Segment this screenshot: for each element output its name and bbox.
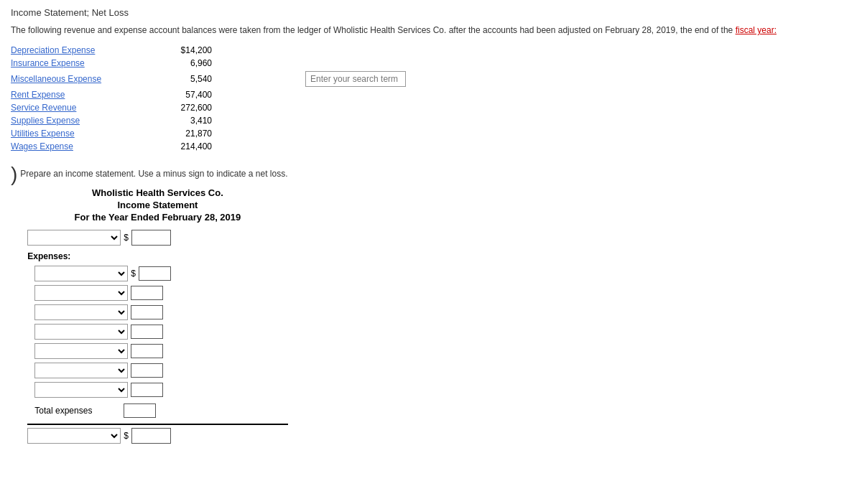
dollar-sign: $ (124, 233, 129, 243)
net-dropdown[interactable]: Net Income Net Loss (27, 428, 121, 444)
expense-row-1: Depreciation Expense Insurance Expense M… (34, 266, 287, 281)
instructions-text: Prepare an income statement. Use a minus… (20, 169, 287, 179)
bracket-indicator: ) (11, 164, 17, 185)
expense-row-6: Depreciation Expense Insurance Expense M… (34, 363, 287, 378)
account-value: 57,400 (154, 90, 212, 100)
expense-row-2: Depreciation Expense Insurance Expense M… (34, 285, 287, 301)
account-value: 5,540 (154, 74, 212, 84)
statement-period: For the Year Ended February 28, 2019 (27, 212, 287, 223)
company-name: Wholistic Health Services Co. (27, 187, 287, 198)
total-expenses-row: Total expenses (27, 403, 287, 418)
table-row: Wages Expense 214,400 (11, 141, 851, 151)
expense-dropdown-1[interactable]: Depreciation Expense Insurance Expense M… (34, 266, 128, 281)
search-input[interactable] (305, 71, 406, 87)
revenue-row: Service Revenue $ (27, 230, 287, 246)
account-value: 214,400 (154, 141, 212, 151)
expense-dropdown-3[interactable]: Depreciation Expense Insurance Expense M… (34, 304, 128, 320)
account-value: 272,600 (154, 103, 212, 113)
expense-row-3: Depreciation Expense Insurance Expense M… (34, 304, 287, 320)
expense-row-5: Depreciation Expense Insurance Expense M… (34, 343, 287, 359)
income-statement: Wholistic Health Services Co. Income Sta… (27, 187, 287, 444)
page-title: Income Statement; Net Loss (11, 7, 851, 18)
dollar-sign-net: $ (124, 431, 129, 441)
table-row: Rent Expense 57,400 (11, 90, 851, 100)
revenue-dropdown[interactable]: Service Revenue (27, 230, 121, 246)
intro-text: The following revenue and expense accoun… (11, 24, 851, 37)
total-expenses-label: Total expenses (27, 406, 121, 416)
expense-input-3[interactable] (131, 305, 163, 319)
account-name[interactable]: Depreciation Expense (11, 45, 154, 55)
account-value: 3,410 (154, 116, 212, 126)
account-name[interactable]: Miscellaneous Expense (11, 74, 154, 84)
table-row: Insurance Expense 6,960 (11, 58, 851, 68)
dollar-sign: $ (131, 269, 136, 279)
expense-dropdown-2[interactable]: Depreciation Expense Insurance Expense M… (34, 285, 128, 301)
account-name[interactable]: Service Revenue (11, 103, 154, 113)
account-value: $14,200 (154, 45, 212, 55)
fiscal-year-link[interactable]: fiscal year: (736, 25, 777, 35)
table-row: Miscellaneous Expense 5,540 (11, 71, 851, 87)
expenses-label: Expenses: (27, 251, 287, 261)
expense-input-6[interactable] (131, 363, 163, 378)
expense-input-4[interactable] (131, 325, 163, 339)
expense-input-1[interactable] (139, 266, 171, 281)
account-value: 21,870 (154, 129, 212, 139)
account-table: Depreciation Expense $14,200 Insurance E… (11, 45, 851, 151)
table-row: Utilities Expense 21,870 (11, 129, 851, 139)
expense-rows: Depreciation Expense Insurance Expense M… (34, 266, 287, 398)
account-name[interactable]: Rent Expense (11, 90, 154, 100)
expense-input-7[interactable] (131, 383, 163, 397)
statement-title: Income Statement (27, 200, 287, 210)
net-row: Net Income Net Loss $ (27, 424, 287, 444)
account-name[interactable]: Wages Expense (11, 141, 154, 151)
expense-row-4: Depreciation Expense Insurance Expense M… (34, 324, 287, 340)
expense-dropdown-7[interactable]: Depreciation Expense Insurance Expense M… (34, 382, 128, 398)
expense-dropdown-4[interactable]: Depreciation Expense Insurance Expense M… (34, 324, 128, 340)
account-value: 6,960 (154, 58, 212, 68)
expense-input-2[interactable] (131, 286, 163, 300)
net-input[interactable] (131, 428, 171, 444)
expense-row-7: Depreciation Expense Insurance Expense M… (34, 382, 287, 398)
account-name[interactable]: Insurance Expense (11, 58, 154, 68)
expense-input-5[interactable] (131, 344, 163, 358)
table-row: Service Revenue 272,600 (11, 103, 851, 113)
account-name[interactable]: Utilities Expense (11, 129, 154, 139)
expense-dropdown-5[interactable]: Depreciation Expense Insurance Expense M… (34, 343, 128, 359)
revenue-input[interactable] (131, 230, 171, 246)
account-name[interactable]: Supplies Expense (11, 116, 154, 126)
expense-dropdown-6[interactable]: Depreciation Expense Insurance Expense M… (34, 363, 128, 378)
table-row: Depreciation Expense $14,200 (11, 45, 851, 55)
total-expenses-input[interactable] (124, 403, 156, 418)
table-row: Supplies Expense 3,410 (11, 116, 851, 126)
